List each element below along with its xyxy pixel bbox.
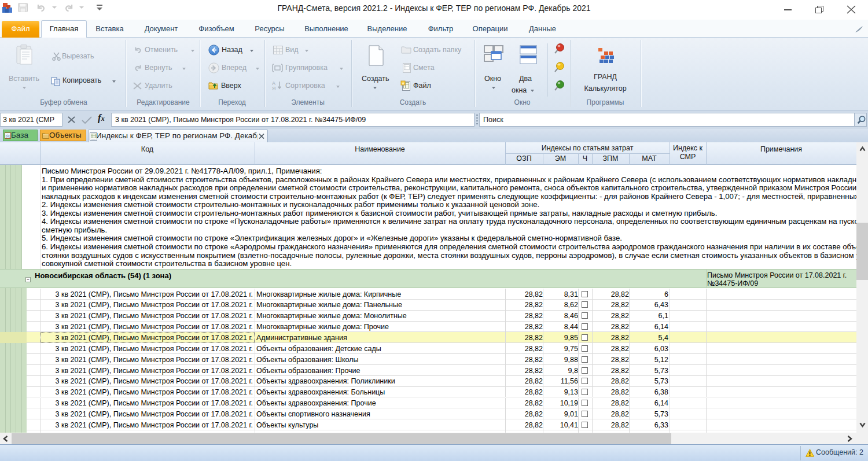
svg-text:Я: Я: [272, 86, 276, 90]
